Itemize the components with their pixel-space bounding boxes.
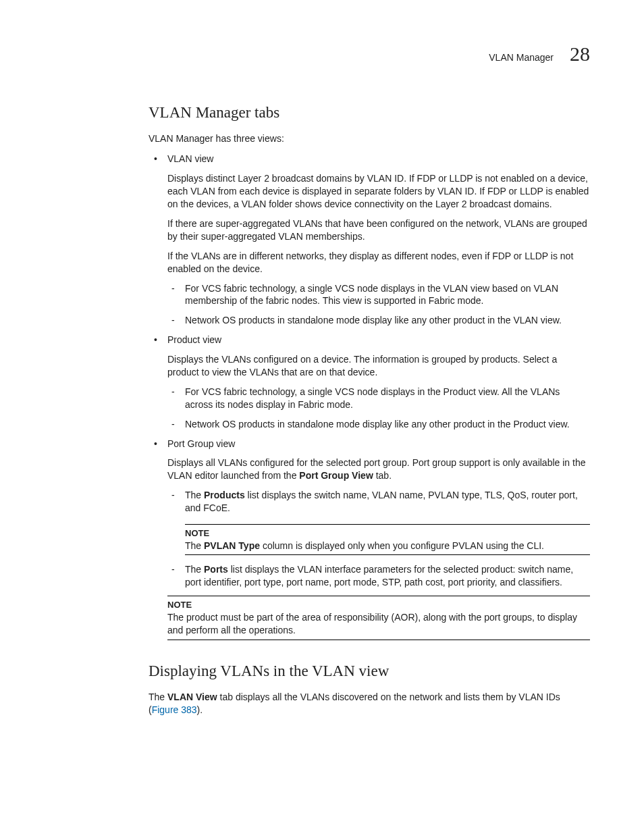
vlan-view-sub-2: Network OS products in standalone mode d…	[167, 314, 590, 327]
list-item-product-view: Product view Displays the VLANs configur…	[149, 334, 590, 430]
vlan-view-desc-3: If the VLANs are in different networks, …	[167, 250, 590, 276]
note-label: NOTE	[185, 527, 590, 540]
figure-link[interactable]: Figure 383	[152, 704, 197, 715]
port-group-view-bold: Port Group View	[299, 470, 373, 481]
section-heading-displaying-vlans: Displaying VLANs in the VLAN view	[149, 660, 590, 681]
intro-text: VLAN Manager has three views:	[149, 132, 590, 145]
product-view-sublist: For VCS fabric technology, a single VCS …	[167, 386, 590, 431]
port-group-sub-ports: The Ports list displays the VLAN interfa…	[167, 563, 590, 589]
chapter-number: 28	[570, 41, 590, 68]
page-content: VLAN Manager tabs VLAN Manager has three…	[149, 102, 590, 716]
note-block-aor: NOTE The product must be part of the are…	[167, 596, 590, 640]
port-group-sub-products: The Products list displays the switch na…	[167, 489, 590, 555]
product-view-sub-2: Network OS products in standalone mode d…	[167, 418, 590, 431]
vlan-view-sublist: For VCS fabric technology, a single VCS …	[167, 282, 590, 328]
product-view-label: Product view	[167, 334, 221, 345]
list-item-port-group-view: Port Group view Displays all VLANs confi…	[149, 438, 590, 640]
note-text-pvlan: The PVLAN Type column is displayed only …	[185, 540, 590, 552]
note-label-2: NOTE	[167, 599, 590, 611]
vlan-view-desc-1: Displays distinct Layer 2 broadcast doma…	[167, 172, 590, 211]
section-heading-vlan-manager-tabs: VLAN Manager tabs	[149, 102, 590, 123]
port-group-view-desc: Displays all VLANs configured for the se…	[167, 457, 590, 482]
section2-intro: The VLAN View tab displays all the VLANs…	[149, 691, 590, 716]
header-section-label: VLAN Manager	[489, 51, 554, 64]
note-block-pvlan: NOTE The PVLAN Type column is displayed …	[185, 524, 590, 555]
port-group-view-sublist: The Products list displays the switch na…	[167, 489, 590, 589]
vlan-view-label: VLAN view	[167, 153, 213, 164]
vlan-view-desc-2: If there are super-aggregated VLANs that…	[167, 217, 590, 243]
pvlan-type-bold: PVLAN Type	[204, 540, 260, 551]
list-item-vlan-view: VLAN view Displays distinct Layer 2 broa…	[149, 153, 590, 327]
vlan-view-sub-1: For VCS fabric technology, a single VCS …	[167, 282, 590, 308]
products-bold: Products	[204, 490, 245, 500]
vlan-view-bold: VLAN View	[167, 692, 217, 702]
product-view-sub-1: For VCS fabric technology, a single VCS …	[167, 386, 590, 411]
port-group-view-label: Port Group view	[167, 438, 235, 449]
page-header: VLAN Manager 28	[54, 41, 590, 68]
note-text-aor: The product must be part of the area of …	[167, 611, 590, 637]
product-view-desc-1: Displays the VLANs configured on a devic…	[167, 353, 590, 379]
ports-bold: Ports	[204, 564, 228, 575]
views-list: VLAN view Displays distinct Layer 2 broa…	[149, 153, 590, 640]
